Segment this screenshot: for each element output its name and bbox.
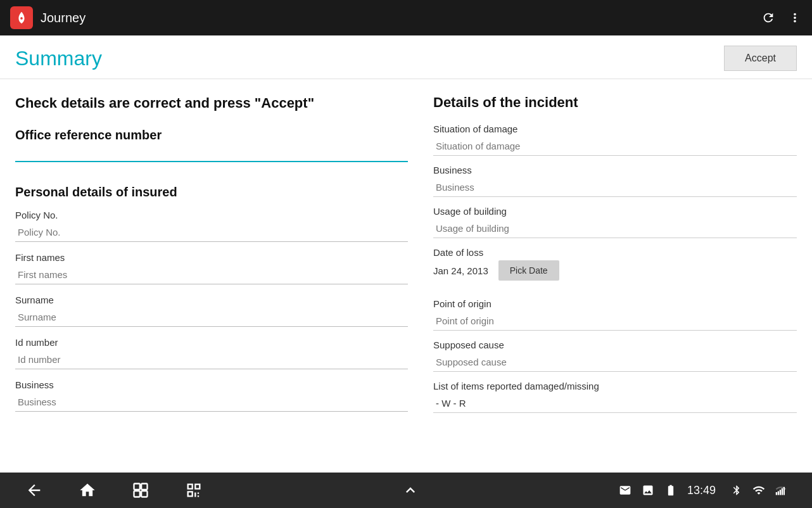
main-content: Check details are correct and press "Acc… [0, 79, 812, 473]
supposed-cause-label: Supposed cause [433, 340, 797, 350]
back-button[interactable] [25, 481, 43, 499]
svg-rect-1 [141, 484, 147, 490]
point-of-origin-group: Point of origin [433, 298, 797, 331]
date-of-loss-label: Date of loss [433, 247, 797, 258]
surname-group: Surname [15, 295, 408, 327]
situation-damage-group: Situation of damage [433, 124, 797, 156]
usage-building-input[interactable] [433, 219, 797, 238]
app-logo [10, 6, 33, 29]
business-personal-group: Business [15, 379, 408, 412]
nav-center [402, 481, 419, 499]
more-options-button[interactable] [788, 11, 802, 25]
bluetooth-icon [731, 485, 742, 496]
summary-title: Summary [15, 47, 102, 70]
svg-rect-0 [134, 484, 140, 490]
business-personal-label: Business [15, 379, 408, 390]
recent-apps-button[interactable] [132, 481, 149, 499]
content-area: Summary Accept Check details are correct… [0, 35, 812, 473]
date-value: Jan 24, 2013 [433, 265, 488, 276]
usage-building-label: Usage of building [433, 206, 797, 217]
app-bar-actions [761, 11, 802, 25]
svg-rect-6 [780, 490, 781, 495]
first-names-label: First names [15, 252, 408, 263]
battery-icon [664, 484, 677, 497]
id-number-group: Id number [15, 337, 408, 369]
situation-damage-input[interactable] [433, 137, 797, 156]
policy-no-input[interactable] [15, 223, 408, 242]
email-icon [619, 484, 631, 497]
signal-icon [775, 485, 787, 496]
first-names-input[interactable] [15, 265, 408, 284]
office-ref-group: Office reference number [15, 128, 408, 175]
date-row: Jan 24, 2013 Pick Date [433, 260, 797, 281]
pick-date-button[interactable]: Pick Date [498, 260, 559, 281]
surname-input[interactable] [15, 308, 408, 327]
office-ref-input[interactable] [15, 143, 408, 162]
surname-label: Surname [15, 295, 408, 305]
svg-rect-4 [776, 492, 777, 495]
accept-button[interactable]: Accept [724, 46, 797, 71]
situation-damage-label: Situation of damage [433, 124, 797, 134]
business-incident-label: Business [433, 165, 797, 175]
business-personal-input[interactable] [15, 393, 408, 412]
usage-building-group: Usage of building [433, 206, 797, 238]
intro-text: Check details are correct and press "Acc… [15, 94, 408, 113]
personal-section-title: Personal details of insured [15, 185, 408, 200]
svg-rect-3 [141, 491, 147, 497]
refresh-button[interactable] [761, 11, 775, 25]
status-time: 13:49 [687, 484, 716, 497]
damage-list-value: - W - R [433, 394, 797, 413]
svg-rect-5 [778, 492, 779, 495]
wifi-icon [752, 484, 765, 497]
damage-list-group: List of items reported damaged/missing -… [433, 381, 797, 413]
app-title: Journey [41, 11, 761, 25]
business-incident-group: Business [433, 165, 797, 197]
supposed-cause-input[interactable] [433, 353, 797, 372]
summary-header: Summary Accept [0, 35, 812, 79]
right-column: Details of the incident Situation of dam… [433, 94, 797, 462]
point-of-origin-label: Point of origin [433, 298, 797, 309]
id-number-label: Id number [15, 337, 408, 348]
date-of-loss-group: Date of loss Jan 24, 2013 Pick Date [433, 247, 797, 289]
incident-section-title: Details of the incident [433, 94, 797, 111]
photo-icon [642, 484, 654, 497]
business-incident-input[interactable] [433, 178, 797, 197]
svg-rect-7 [782, 488, 783, 495]
supposed-cause-group: Supposed cause [433, 340, 797, 372]
svg-rect-8 [783, 487, 785, 495]
app-bar: Journey [0, 0, 812, 35]
policy-no-group: Policy No. [15, 210, 408, 242]
nav-bar-left [25, 481, 203, 499]
policy-no-label: Policy No. [15, 210, 408, 220]
svg-rect-2 [134, 491, 140, 497]
id-number-input[interactable] [15, 350, 408, 369]
damage-list-label: List of items reported damaged/missing [433, 381, 797, 391]
office-ref-label: Office reference number [15, 128, 162, 142]
up-button[interactable] [402, 481, 419, 499]
point-of-origin-input[interactable] [433, 312, 797, 331]
left-column: Check details are correct and press "Acc… [15, 94, 408, 462]
status-bar: 13:49 [619, 484, 787, 497]
home-button[interactable] [79, 481, 96, 499]
qr-button[interactable] [185, 481, 203, 499]
nav-bar: 13:49 [0, 473, 812, 508]
first-names-group: First names [15, 252, 408, 284]
